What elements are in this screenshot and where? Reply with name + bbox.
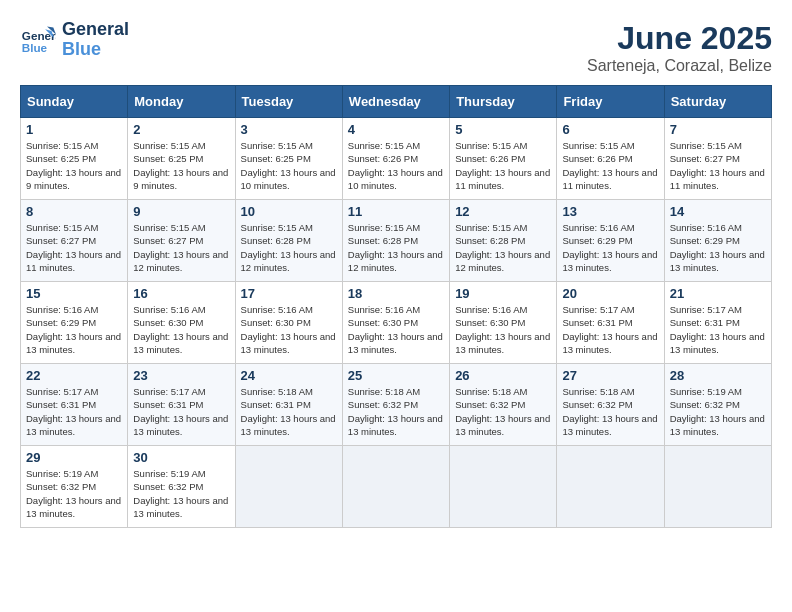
day-28: 28 Sunrise: 5:19 AMSunset: 6:32 PMDaylig… <box>664 364 771 446</box>
day-22: 22 Sunrise: 5:17 AMSunset: 6:31 PMDaylig… <box>21 364 128 446</box>
day-1: 1 Sunrise: 5:15 AMSunset: 6:25 PMDayligh… <box>21 118 128 200</box>
page-header: General Blue General Blue June 2025 Sart… <box>20 20 772 75</box>
calendar-subtitle: Sarteneja, Corazal, Belize <box>587 57 772 75</box>
header-monday: Monday <box>128 86 235 118</box>
week-row-1: 1 Sunrise: 5:15 AMSunset: 6:25 PMDayligh… <box>21 118 772 200</box>
title-area: June 2025 Sarteneja, Corazal, Belize <box>587 20 772 75</box>
day-2: 2 Sunrise: 5:15 AMSunset: 6:25 PMDayligh… <box>128 118 235 200</box>
header-saturday: Saturday <box>664 86 771 118</box>
logo-line2: Blue <box>62 40 129 60</box>
day-19: 19 Sunrise: 5:16 AMSunset: 6:30 PMDaylig… <box>450 282 557 364</box>
day-24: 24 Sunrise: 5:18 AMSunset: 6:31 PMDaylig… <box>235 364 342 446</box>
day-26: 26 Sunrise: 5:18 AMSunset: 6:32 PMDaylig… <box>450 364 557 446</box>
day-5: 5 Sunrise: 5:15 AMSunset: 6:26 PMDayligh… <box>450 118 557 200</box>
day-23: 23 Sunrise: 5:17 AMSunset: 6:31 PMDaylig… <box>128 364 235 446</box>
logo-icon: General Blue <box>20 22 56 58</box>
day-3: 3 Sunrise: 5:15 AMSunset: 6:25 PMDayligh… <box>235 118 342 200</box>
empty-cell-3 <box>450 446 557 528</box>
header-thursday: Thursday <box>450 86 557 118</box>
day-13: 13 Sunrise: 5:16 AMSunset: 6:29 PMDaylig… <box>557 200 664 282</box>
empty-cell-1 <box>235 446 342 528</box>
header-wednesday: Wednesday <box>342 86 449 118</box>
week-row-5: 29 Sunrise: 5:19 AMSunset: 6:32 PMDaylig… <box>21 446 772 528</box>
day-8: 8 Sunrise: 5:15 AMSunset: 6:27 PMDayligh… <box>21 200 128 282</box>
svg-text:Blue: Blue <box>22 40 48 53</box>
week-row-4: 22 Sunrise: 5:17 AMSunset: 6:31 PMDaylig… <box>21 364 772 446</box>
logo-text: General Blue <box>62 20 129 60</box>
empty-cell-5 <box>664 446 771 528</box>
day-11: 11 Sunrise: 5:15 AMSunset: 6:28 PMDaylig… <box>342 200 449 282</box>
day-14: 14 Sunrise: 5:16 AMSunset: 6:29 PMDaylig… <box>664 200 771 282</box>
header-tuesday: Tuesday <box>235 86 342 118</box>
day-18: 18 Sunrise: 5:16 AMSunset: 6:30 PMDaylig… <box>342 282 449 364</box>
day-15: 15 Sunrise: 5:16 AMSunset: 6:29 PMDaylig… <box>21 282 128 364</box>
week-row-3: 15 Sunrise: 5:16 AMSunset: 6:29 PMDaylig… <box>21 282 772 364</box>
day-21: 21 Sunrise: 5:17 AMSunset: 6:31 PMDaylig… <box>664 282 771 364</box>
calendar-title: June 2025 <box>587 20 772 57</box>
empty-cell-4 <box>557 446 664 528</box>
day-16: 16 Sunrise: 5:16 AMSunset: 6:30 PMDaylig… <box>128 282 235 364</box>
day-9: 9 Sunrise: 5:15 AMSunset: 6:27 PMDayligh… <box>128 200 235 282</box>
day-30: 30 Sunrise: 5:19 AMSunset: 6:32 PMDaylig… <box>128 446 235 528</box>
header-friday: Friday <box>557 86 664 118</box>
day-12: 12 Sunrise: 5:15 AMSunset: 6:28 PMDaylig… <box>450 200 557 282</box>
day-29: 29 Sunrise: 5:19 AMSunset: 6:32 PMDaylig… <box>21 446 128 528</box>
day-10: 10 Sunrise: 5:15 AMSunset: 6:28 PMDaylig… <box>235 200 342 282</box>
week-row-2: 8 Sunrise: 5:15 AMSunset: 6:27 PMDayligh… <box>21 200 772 282</box>
day-7: 7 Sunrise: 5:15 AMSunset: 6:27 PMDayligh… <box>664 118 771 200</box>
logo: General Blue General Blue <box>20 20 129 60</box>
day-6: 6 Sunrise: 5:15 AMSunset: 6:26 PMDayligh… <box>557 118 664 200</box>
calendar-table: Sunday Monday Tuesday Wednesday Thursday… <box>20 85 772 528</box>
header-sunday: Sunday <box>21 86 128 118</box>
day-20: 20 Sunrise: 5:17 AMSunset: 6:31 PMDaylig… <box>557 282 664 364</box>
day-27: 27 Sunrise: 5:18 AMSunset: 6:32 PMDaylig… <box>557 364 664 446</box>
weekday-header-row: Sunday Monday Tuesday Wednesday Thursday… <box>21 86 772 118</box>
day-4: 4 Sunrise: 5:15 AMSunset: 6:26 PMDayligh… <box>342 118 449 200</box>
day-25: 25 Sunrise: 5:18 AMSunset: 6:32 PMDaylig… <box>342 364 449 446</box>
logo-line1: General <box>62 20 129 40</box>
day-17: 17 Sunrise: 5:16 AMSunset: 6:30 PMDaylig… <box>235 282 342 364</box>
empty-cell-2 <box>342 446 449 528</box>
